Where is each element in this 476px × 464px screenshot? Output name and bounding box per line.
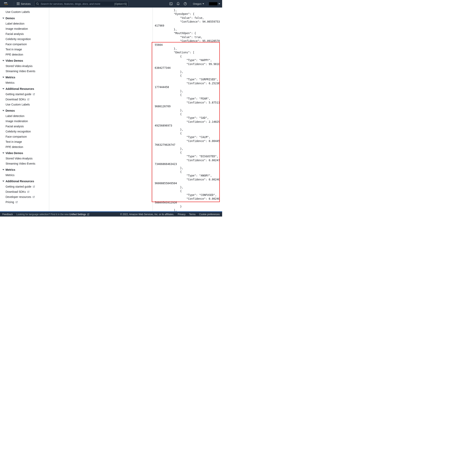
search-icon — [36, 2, 39, 5]
caret-down-icon — [2, 110, 4, 111]
caret-down-icon — [2, 18, 4, 19]
section-label: Metrics — [6, 168, 15, 171]
cloudshell-icon[interactable] — [167, 1, 175, 7]
services-label: Services — [21, 2, 31, 5]
caret-down-icon — [2, 169, 4, 170]
external-link-icon — [32, 93, 35, 96]
external-link-icon — [32, 196, 35, 198]
sidebar-section-demos[interactable]: Demos — [0, 107, 49, 113]
sidebar-item-getting-started-guide[interactable]: Getting started guide — [0, 92, 49, 97]
sidebar-item-label-detection[interactable]: Label detection — [0, 21, 49, 26]
section-label: Video Demos — [6, 152, 23, 155]
sidebar-section-metrics[interactable]: Metrics — [0, 74, 49, 80]
external-link-icon — [32, 185, 35, 188]
region-selector[interactable]: Oregon — [191, 2, 206, 5]
chevron-down-icon — [203, 3, 204, 4]
language-prompt: Looking for language selection? Find it … — [17, 213, 89, 216]
services-menu[interactable]: Services — [15, 2, 32, 6]
sidebar-item-streaming-video-events[interactable]: Streaming Video Events — [0, 69, 49, 74]
section-label: Additional Resources — [6, 180, 34, 183]
sidebar-item-streaming-video-events[interactable]: Streaming Video Events — [0, 161, 49, 166]
aws-logo[interactable]: aws — [2, 1, 13, 7]
caret-down-icon — [2, 88, 4, 89]
sidebar-item-face-comparison[interactable]: Face comparison — [0, 42, 49, 47]
sidebar-item-download-sdks[interactable]: Download SDKs — [0, 189, 49, 194]
json-response-text: }, "EyesOpen": { "Value": false, "Confid… — [155, 8, 221, 211]
sidebar-item-getting-started-guide[interactable]: Getting started guide — [0, 184, 49, 189]
sidebar-item-pricing[interactable]: Pricing — [0, 200, 49, 205]
external-link-icon — [27, 191, 29, 193]
section-label: Demos — [6, 109, 15, 112]
sidebar-item-ppe-detection[interactable]: PPE detection — [0, 52, 49, 57]
caret-down-icon — [2, 153, 4, 154]
main-content — [49, 8, 153, 211]
sidebar-item-developer-resources[interactable]: Developer resources — [0, 194, 49, 200]
unified-settings-link[interactable]: Unified Settings — [69, 213, 89, 216]
sidebar-section-metrics[interactable]: Metrics — [0, 166, 49, 173]
caret-down-icon — [2, 77, 4, 78]
cookie-preferences-link[interactable]: Cookie preferences — [199, 213, 220, 216]
search-shortcut: [Option+S] — [115, 2, 127, 5]
grid-icon — [17, 2, 20, 5]
feedback-link[interactable]: Feedback — [2, 213, 13, 216]
user-menu-redacted[interactable] — [209, 2, 217, 5]
external-link-icon — [27, 98, 29, 101]
sidebar-item-celebrity-recognition[interactable]: Celebrity recognition — [0, 129, 49, 134]
sidebar-item-metrics[interactable]: Metrics — [0, 173, 49, 178]
sidebar-item-use-custom-labels-2[interactable]: Use Custom Labels — [0, 102, 49, 107]
json-response-panel[interactable]: }, "EyesOpen": { "Value": false, "Confid… — [153, 8, 222, 211]
sidebar-item-metrics[interactable]: Metrics — [0, 80, 49, 85]
svg-text:aws: aws — [4, 2, 7, 4]
sidebar-item-label-detection[interactable]: Label detection — [0, 113, 49, 119]
sidebar: Use Custom Labels Demos Label detection … — [0, 8, 49, 211]
search-input[interactable] — [41, 2, 113, 5]
search-box[interactable]: [Option+S] — [34, 1, 128, 7]
divider — [207, 2, 207, 6]
notifications-icon[interactable] — [175, 1, 182, 7]
sidebar-section-demos[interactable]: Demos — [0, 15, 49, 21]
section-label: Additional Resources — [6, 87, 34, 90]
chevron-down-icon — [219, 3, 220, 4]
sidebar-item-text-in-image[interactable]: Text in image — [0, 139, 49, 144]
sidebar-section-video-demos[interactable]: Video Demos — [0, 57, 49, 63]
external-link-icon — [87, 213, 89, 216]
caret-down-icon — [2, 181, 4, 182]
sidebar-item-facial-analysis[interactable]: Facial analysis — [0, 31, 49, 37]
external-link-icon — [15, 201, 18, 203]
sidebar-item-image-moderation[interactable]: Image moderation — [0, 26, 49, 31]
sidebar-item-facial-analysis[interactable]: Facial analysis — [0, 124, 49, 129]
sidebar-item-image-moderation[interactable]: Image moderation — [0, 119, 49, 124]
section-label: Video Demos — [6, 59, 23, 62]
help-icon[interactable] — [182, 1, 189, 7]
sidebar-item-face-comparison[interactable]: Face comparison — [0, 134, 49, 139]
sidebar-section-additional-resources[interactable]: Additional Resources — [0, 85, 49, 92]
region-label: Oregon — [193, 2, 202, 5]
sidebar-item-ppe-detection[interactable]: PPE detection — [0, 144, 49, 150]
sidebar-item-stored-video-analysis[interactable]: Stored Video Analysis — [0, 63, 49, 69]
sidebar-item-download-sdks[interactable]: Download SDKs — [0, 97, 49, 102]
section-label: Metrics — [6, 76, 15, 79]
sidebar-section-video-demos[interactable]: Video Demos — [0, 150, 49, 156]
sidebar-item-text-in-image[interactable]: Text in image — [0, 47, 49, 52]
copyright-text: © 2022, Amazon Web Services, Inc. or its… — [120, 213, 174, 216]
footer: Feedback Looking for language selection?… — [0, 211, 222, 217]
svg-point-1 — [37, 3, 38, 4]
sidebar-item-use-custom-labels[interactable]: Use Custom Labels — [0, 9, 49, 15]
sidebar-section-additional-resources[interactable]: Additional Resources — [0, 178, 49, 184]
terms-link[interactable]: Terms — [189, 213, 195, 216]
sidebar-item-celebrity-recognition[interactable]: Celebrity recognition — [0, 37, 49, 42]
privacy-link[interactable]: Privacy — [178, 213, 185, 216]
section-label: Demos — [6, 17, 15, 20]
divider — [14, 2, 14, 6]
caret-down-icon — [2, 60, 4, 61]
sidebar-item-stored-video-analysis[interactable]: Stored Video Analysis — [0, 156, 49, 161]
top-nav: aws Services [Option+S] — [0, 0, 222, 8]
